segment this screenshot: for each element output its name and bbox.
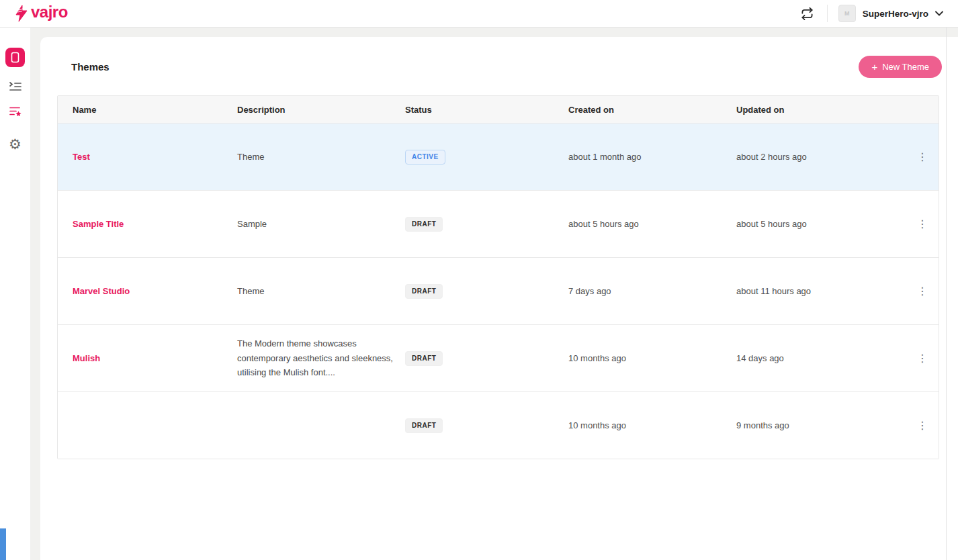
row-updated: about 5 hours ago: [736, 219, 913, 229]
row-kebab-menu-icon[interactable]: ⋮: [913, 418, 932, 434]
themes-star-list-icon: [9, 106, 22, 118]
row-name-link[interactable]: Sample Title: [73, 219, 124, 229]
topbar-divider: [827, 5, 828, 22]
page-title: Themes: [71, 61, 110, 73]
table-body: Test Theme ACTIVE about 1 month ago abou…: [58, 123, 939, 459]
sidebar-item-themes[interactable]: [9, 106, 22, 118]
store-avatar: M: [838, 5, 856, 22]
bottom-left-blue-strip: [0, 528, 6, 560]
status-badge: DRAFT: [405, 351, 443, 366]
main-content: Themes + New Theme Name Description Stat…: [40, 37, 958, 560]
row-updated: about 11 hours ago: [736, 286, 913, 296]
logo-text: vajro: [31, 4, 68, 20]
row-description: Sample: [237, 217, 393, 231]
table-header: Name Description Status Created on Updat…: [58, 96, 939, 123]
sidebar-item-menu[interactable]: [9, 81, 22, 92]
row-created: about 5 hours ago: [568, 219, 736, 229]
new-theme-button[interactable]: + New Theme: [859, 56, 942, 78]
sidebar-item-mobile-app[interactable]: [5, 48, 25, 67]
table-row: Sample Title Sample DRAFT about 5 hours …: [58, 190, 939, 257]
account-menu[interactable]: M SuperHero-vjro: [838, 5, 943, 22]
row-kebab-menu-icon[interactable]: ⋮: [913, 351, 932, 367]
row-kebab-menu-icon[interactable]: ⋮: [913, 149, 932, 165]
col-status: Status: [405, 105, 568, 115]
row-description: The Modern theme showcases contemporary …: [237, 336, 393, 379]
row-name-link[interactable]: Test: [73, 152, 90, 162]
row-updated: about 2 hours ago: [736, 152, 913, 162]
status-badge: DRAFT: [405, 284, 443, 299]
row-created: 7 days ago: [568, 286, 736, 296]
row-kebab-menu-icon[interactable]: ⋮: [913, 216, 932, 232]
status-badge: ACTIVE: [405, 150, 445, 165]
row-created: 10 months ago: [568, 420, 736, 430]
switch-store-icon[interactable]: [799, 5, 816, 22]
col-created: Created on: [568, 105, 736, 115]
playlist-icon: [9, 81, 22, 92]
row-description: Theme: [237, 150, 393, 164]
row-updated: 9 months ago: [736, 420, 913, 430]
themes-table: Name Description Status Created on Updat…: [57, 95, 939, 459]
row-created: about 1 month ago: [568, 152, 736, 162]
account-name: SuperHero-vjro: [863, 9, 928, 19]
table-row: DRAFT 10 months ago 9 months ago ⋮: [58, 391, 939, 459]
row-name-link[interactable]: Marvel Studio: [73, 286, 130, 296]
row-kebab-menu-icon[interactable]: ⋮: [913, 283, 932, 299]
status-badge: DRAFT: [405, 418, 443, 433]
row-name-link[interactable]: Mulish: [73, 353, 100, 363]
chevron-down-icon: [935, 11, 943, 16]
status-badge: DRAFT: [405, 217, 443, 232]
mobile-app-icon: [10, 52, 20, 63]
sidebar-item-settings[interactable]: ⚙: [9, 138, 21, 152]
sidebar: ⚙: [0, 28, 30, 560]
topbar: vajro M SuperHero-vjro: [0, 0, 958, 28]
settings-gear-icon: ⚙: [9, 138, 21, 152]
row-description: Theme: [237, 284, 393, 298]
row-updated: 14 days ago: [736, 353, 913, 363]
new-theme-label: New Theme: [882, 62, 929, 72]
vajro-logo[interactable]: vajro: [15, 5, 68, 22]
table-row: Test Theme ACTIVE about 1 month ago abou…: [58, 123, 939, 190]
col-name: Name: [73, 105, 237, 115]
col-updated: Updated on: [736, 105, 913, 115]
scrollbar-track[interactable]: [946, 28, 947, 560]
table-row: Mulish The Modern theme showcases contem…: [58, 324, 939, 391]
col-description: Description: [237, 105, 405, 115]
lightning-bolt-icon: [15, 5, 28, 22]
table-row: Marvel Studio Theme DRAFT 7 days ago abo…: [58, 257, 939, 324]
row-created: 10 months ago: [568, 353, 736, 363]
plus-icon: +: [871, 62, 877, 72]
